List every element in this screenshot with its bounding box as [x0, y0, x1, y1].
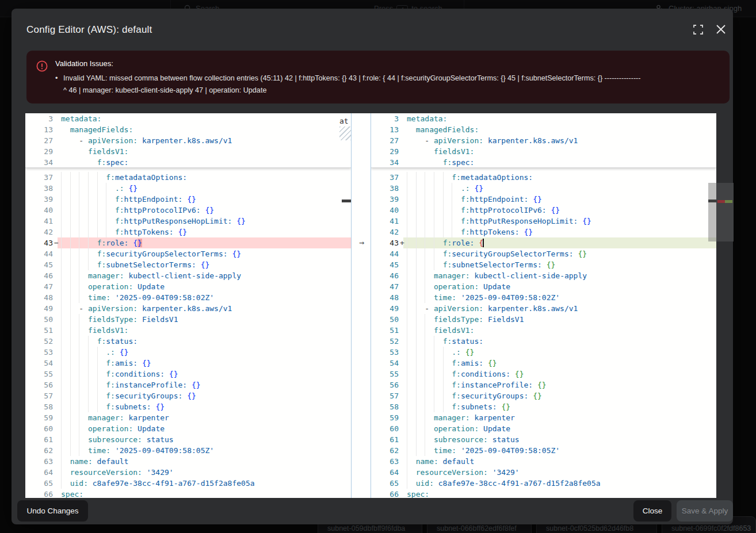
- code-line[interactable]: 63 name: default: [371, 456, 716, 467]
- code-line[interactable]: 40 f:httpProtocolIPv6: {}: [371, 205, 716, 216]
- code-line[interactable]: 66spec:: [371, 489, 716, 498]
- code-line[interactable]: 48 time: '2025-09-04T09:58:02Z': [25, 292, 351, 303]
- close-button[interactable]: Close: [633, 500, 671, 522]
- code-line[interactable]: 37 f:metadataOptions:: [371, 172, 716, 183]
- line-number: 44: [371, 248, 399, 259]
- modal-title: Config Editor (AWS): default: [26, 24, 152, 36]
- code-line[interactable]: 45 f:subnetSelectorTerms: {}: [25, 259, 351, 270]
- code-line[interactable]: 55 f:conditions: {}: [25, 369, 351, 379]
- code-line[interactable]: 38 .: {}: [371, 183, 716, 194]
- fullscreen-button[interactable]: [693, 24, 705, 37]
- code-text: f:amis: {}: [61, 358, 151, 369]
- code-line[interactable]: 51 fieldsV1:: [371, 325, 716, 336]
- code-text: name: default: [61, 456, 128, 467]
- code-line[interactable]: 50 fieldsType: FieldsV1: [25, 314, 351, 325]
- diff-sash[interactable]: →: [351, 113, 371, 498]
- save-apply-button[interactable]: Save & Apply: [677, 500, 733, 522]
- code-line[interactable]: 43− f:role: {}: [25, 237, 351, 248]
- code-text: f:httpProtocolIPv6: {}: [61, 205, 214, 216]
- code-line[interactable]: 47 operation: Update: [371, 281, 716, 292]
- code-line[interactable]: 62 time: '2025-09-04T09:58:05Z': [25, 445, 351, 456]
- modified-scrollbar-slider[interactable]: [708, 183, 716, 241]
- code-line[interactable]: 42 f:httpTokens: {}: [25, 227, 351, 237]
- line-number: 47: [371, 281, 399, 292]
- code-text: operation: Update: [61, 423, 165, 434]
- code-line[interactable]: 56 f:instanceProfile: {}: [25, 379, 351, 390]
- code-line[interactable]: 64 resourceVersion: '3429': [371, 467, 716, 478]
- code-line[interactable]: 55 f:conditions: {}: [371, 369, 716, 379]
- code-line[interactable]: 43+ f:role: {: [371, 237, 716, 248]
- code-text: resourceVersion: '3429': [407, 467, 520, 478]
- line-number: 56: [25, 379, 53, 390]
- line-number: 65: [371, 478, 399, 489]
- line-number: 38: [371, 183, 399, 194]
- code-text: f:status:: [407, 336, 483, 347]
- original-code-rows: 37 f:metadataOptions:38 .: {}39 f:httpEn…: [25, 172, 351, 498]
- code-line[interactable]: 51 fieldsV1:: [25, 325, 351, 336]
- code-line[interactable]: 53 .: {}: [371, 347, 716, 358]
- revert-change-arrow[interactable]: →: [356, 237, 367, 248]
- code-line[interactable]: 46 manager: kubectl-client-side-apply: [25, 270, 351, 281]
- diff-original-pane[interactable]: 37 f:metadataOptions:38 .: {}39 f:httpEn…: [25, 113, 351, 498]
- code-line[interactable]: 42 f:httpTokens: {}: [371, 227, 716, 237]
- code-line[interactable]: 49 - apiVersion: karpenter.k8s.aws/v1: [25, 303, 351, 314]
- fold-hatch-stripes: [339, 126, 351, 140]
- line-number: 42: [371, 227, 399, 237]
- code-line[interactable]: 38 .: {}: [25, 183, 351, 194]
- code-line[interactable]: 64 resourceVersion: '3429': [25, 467, 351, 478]
- line-number: 59: [25, 412, 53, 423]
- code-text: f:status:: [61, 336, 138, 347]
- code-line[interactable]: 45 f:subnetSelectorTerms: {}: [371, 259, 716, 270]
- code-text: managedFields:: [61, 124, 133, 135]
- code-line[interactable]: 52 f:status:: [25, 336, 351, 347]
- code-line[interactable]: 57 f:securityGroups: {}: [25, 390, 351, 401]
- code-text: .: {}: [61, 347, 128, 358]
- diff-overview-ruler[interactable]: [716, 183, 734, 241]
- code-line[interactable]: 65 uid: c8afe97e-38cc-4f91-a767-d15f2a8f…: [25, 478, 351, 489]
- code-line[interactable]: 41 f:httpPutResponseHopLimit: {}: [371, 216, 716, 227]
- code-line[interactable]: 48 time: '2025-09-04T09:58:02Z': [371, 292, 716, 303]
- line-number: 58: [371, 401, 399, 412]
- code-line[interactable]: 54 f:amis: {}: [25, 358, 351, 369]
- code-line[interactable]: 66spec:: [25, 489, 351, 498]
- code-line[interactable]: 49 - apiVersion: karpenter.k8s.aws/v1: [371, 303, 716, 314]
- code-line[interactable]: 61 subresource: status: [25, 434, 351, 445]
- code-line[interactable]: 39 f:httpEndpoint: {}: [25, 194, 351, 205]
- code-text: f:httpTokens: {}: [407, 227, 533, 237]
- code-line[interactable]: 60 operation: Update: [25, 423, 351, 434]
- code-line[interactable]: 44 f:securityGroupSelectorTerms: {}: [371, 248, 716, 259]
- code-line[interactable]: 39 f:httpEndpoint: {}: [371, 194, 716, 205]
- close-icon-button[interactable]: [716, 24, 728, 37]
- code-line[interactable]: 53 .: {}: [25, 347, 351, 358]
- code-line[interactable]: 46 manager: kubectl-client-side-apply: [371, 270, 716, 281]
- code-line[interactable]: 37 f:metadataOptions:: [25, 172, 351, 183]
- code-line[interactable]: 47 operation: Update: [25, 281, 351, 292]
- code-line[interactable]: 63 name: default: [25, 456, 351, 467]
- line-number: 38: [25, 183, 53, 194]
- code-text: f:spec:: [61, 157, 128, 168]
- code-line[interactable]: 41 f:httpPutResponseHopLimit: {}: [25, 216, 351, 227]
- code-line[interactable]: 40 f:httpProtocolIPv6: {}: [25, 205, 351, 216]
- code-line[interactable]: 54 f:amis: {}: [371, 358, 716, 369]
- code-line[interactable]: 60 operation: Update: [371, 423, 716, 434]
- code-line[interactable]: 44 f:securityGroupSelectorTerms: {}: [25, 248, 351, 259]
- code-text: .: {}: [407, 183, 483, 194]
- line-number: 60: [25, 423, 53, 434]
- code-line[interactable]: 59 manager: karpenter: [25, 412, 351, 423]
- code-line[interactable]: 57 f:securityGroups: {}: [371, 390, 716, 401]
- code-line[interactable]: 59 manager: karpenter: [371, 412, 716, 423]
- code-line[interactable]: 61 subresource: status: [371, 434, 716, 445]
- code-text: - apiVersion: karpenter.k8s.aws/v1: [407, 303, 578, 314]
- diff-modified-pane[interactable]: 37 f:metadataOptions:38 .: {}39 f:httpEn…: [371, 113, 716, 498]
- code-line[interactable]: 56 f:instanceProfile: {}: [371, 379, 716, 390]
- code-line[interactable]: 52 f:status:: [371, 336, 716, 347]
- line-number: 41: [25, 216, 53, 227]
- code-line[interactable]: 50 fieldsType: FieldsV1: [371, 314, 716, 325]
- bullet: •: [55, 72, 58, 85]
- code-line[interactable]: 62 time: '2025-09-04T09:58:05Z': [371, 445, 716, 456]
- code-line[interactable]: 58 f:subnets: {}: [371, 401, 716, 412]
- code-line[interactable]: 65 uid: c8afe97e-38cc-4f91-a767-d15f2a8f…: [371, 478, 716, 489]
- code-line[interactable]: 58 f:subnets: {}: [25, 401, 351, 412]
- undo-changes-button[interactable]: Undo Changes: [17, 500, 88, 522]
- code-text: fieldsV1:: [61, 146, 128, 157]
